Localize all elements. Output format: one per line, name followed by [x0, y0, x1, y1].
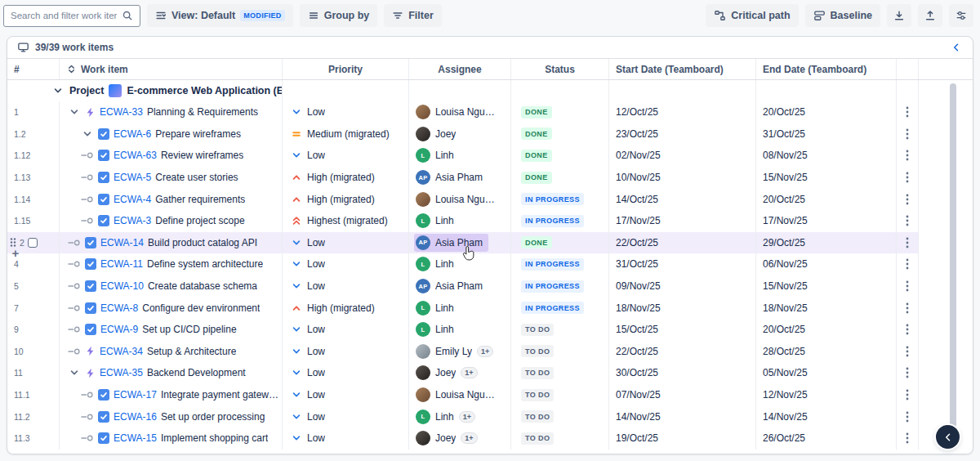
end-date-cell[interactable]: 31/Oct/25	[756, 123, 897, 145]
priority-cell[interactable]: High (migrated)	[283, 188, 409, 210]
work-item-row[interactable]: 4ECWA-11Define system architectureLowLLi…	[7, 253, 973, 275]
export-button[interactable]	[887, 4, 911, 27]
assignee-cell[interactable]: LLinh	[409, 145, 511, 167]
work-item-key-link[interactable]: ECWA-17	[114, 389, 157, 401]
expand-chevron-icon[interactable]	[68, 368, 81, 378]
status-cell[interactable]: TO DO	[511, 384, 609, 406]
assignee-cell[interactable]: APAsia Pham	[409, 232, 511, 254]
start-date-cell[interactable]: 10/Nov/25	[609, 167, 756, 189]
row-menu-button[interactable]	[902, 105, 912, 119]
row-menu-button[interactable]	[902, 235, 912, 250]
assignee-cell[interactable]: LLinh1+	[409, 405, 511, 427]
work-item-row[interactable]: 1.12ECWA-63Review wireframesLowLLinhDONE…	[7, 145, 973, 167]
group-chevron-icon[interactable]	[51, 86, 65, 96]
work-item-row[interactable]: 5ECWA-10Create database schemaLowAPAsia …	[7, 275, 973, 298]
end-date-cell[interactable]: 15/Nov/25	[756, 167, 897, 189]
priority-cell[interactable]: Highest (migrated)	[283, 210, 409, 232]
assignee-cell[interactable]: Joey1+	[409, 362, 511, 384]
assignee-cell[interactable]: APAsia Pham	[409, 167, 511, 189]
start-date-cell[interactable]: 14/Oct/25	[609, 188, 756, 210]
view-button[interactable]: View: Default MODIFIED	[147, 4, 293, 27]
assignee-cell[interactable]: LLinh	[409, 253, 511, 275]
expand-chevron-icon[interactable]	[81, 129, 94, 139]
column-header-status[interactable]: Status	[511, 59, 609, 79]
row-menu-button[interactable]	[902, 431, 912, 445]
assignee-cell[interactable]: Louisa Nguyen	[409, 101, 511, 123]
work-item-row[interactable]: 9ECWA-9Set up CI/CD pipelineLowLLinhTO D…	[7, 319, 973, 341]
row-checkbox[interactable]	[28, 238, 38, 248]
priority-cell[interactable]: Low	[283, 232, 409, 254]
status-cell[interactable]: DONE	[511, 232, 609, 254]
column-header-start-date-teamboard[interactable]: Start Date (Teamboard)	[609, 59, 756, 79]
status-cell[interactable]: IN PROGRESS	[511, 188, 609, 210]
start-date-cell[interactable]: 07/Nov/25	[609, 384, 756, 406]
work-item-key-link[interactable]: ECWA-33	[100, 106, 143, 118]
start-date-cell[interactable]: 18/Nov/25	[609, 297, 756, 319]
status-cell[interactable]: IN PROGRESS	[511, 253, 609, 275]
column-header-assignee[interactable]: Assignee	[409, 59, 511, 79]
start-date-cell[interactable]: 09/Nov/25	[609, 275, 756, 298]
work-item-row[interactable]: 10ECWA-34Setup & ArchitectureLowEmily Ly…	[7, 341, 973, 363]
status-cell[interactable]: IN PROGRESS	[511, 210, 609, 232]
priority-cell[interactable]: Low	[283, 362, 409, 384]
work-item-row[interactable]: 1.2ECWA-6Prepare wireframesMedium (migra…	[7, 123, 973, 145]
assignee-cell[interactable]: Louisa Nguyen	[409, 384, 511, 406]
row-menu-button[interactable]	[902, 257, 912, 271]
start-date-cell[interactable]: 30/Oct/25	[609, 362, 756, 384]
critical-path-button[interactable]: Critical path	[706, 4, 798, 27]
assignee-cell[interactable]: LLinh	[409, 319, 511, 341]
start-date-cell[interactable]: 19/Oct/25	[609, 427, 756, 450]
work-item-key-link[interactable]: ECWA-14	[100, 237, 144, 248]
work-item-key-link[interactable]: ECWA-4	[114, 194, 151, 205]
work-item-key-link[interactable]: ECWA-8	[100, 302, 138, 314]
column-header-[interactable]: #	[7, 59, 60, 79]
work-item-key-link[interactable]: ECWA-16	[114, 411, 157, 423]
end-date-cell[interactable]: 14/Nov/25	[756, 405, 897, 427]
work-item-row[interactable]: 1.15ECWA-3Define project scopeHighest (m…	[7, 210, 973, 232]
priority-cell[interactable]: High (migrated)	[283, 297, 409, 319]
priority-cell[interactable]: High (migrated)	[283, 167, 409, 189]
search-box[interactable]	[3, 5, 140, 27]
priority-cell[interactable]: Low	[283, 275, 409, 298]
work-item-key-link[interactable]: ECWA-3	[114, 215, 151, 226]
work-item-key-link[interactable]: ECWA-34	[100, 346, 143, 357]
import-button[interactable]	[918, 4, 942, 27]
work-item-key-link[interactable]: ECWA-9	[100, 324, 138, 335]
end-date-cell[interactable]: 18/Nov/25	[756, 297, 897, 319]
status-cell[interactable]: DONE	[511, 123, 609, 145]
assignee-cell[interactable]: LLinh	[409, 210, 511, 232]
assignee-cell[interactable]: Joey1+	[409, 427, 511, 450]
start-date-cell[interactable]: 02/Nov/25	[609, 145, 756, 167]
vertical-scrollbar[interactable]	[950, 83, 956, 449]
priority-cell[interactable]: Low	[283, 319, 409, 341]
row-menu-button[interactable]	[902, 170, 912, 185]
work-item-row[interactable]: 1.13ECWA-5Create user storiesHigh (migra…	[7, 167, 973, 189]
collapse-panel-button[interactable]	[936, 425, 960, 449]
status-cell[interactable]: IN PROGRESS	[511, 297, 609, 319]
add-work-item-button[interactable]: +	[9, 246, 22, 259]
row-menu-button[interactable]	[902, 344, 912, 359]
start-date-cell[interactable]: 22/Oct/25	[609, 341, 756, 363]
column-header-priority[interactable]: Priority	[283, 59, 409, 79]
work-item-key-link[interactable]: ECWA-10	[100, 280, 144, 292]
end-date-cell[interactable]: 29/Oct/25	[756, 232, 897, 254]
priority-cell[interactable]: Low	[283, 405, 409, 427]
end-date-cell[interactable]: 05/Nov/25	[756, 362, 897, 384]
priority-cell[interactable]: Low	[283, 101, 409, 123]
row-menu-button[interactable]	[902, 410, 912, 424]
start-date-cell[interactable]: 22/Oct/25	[609, 232, 756, 254]
row-menu-button[interactable]	[902, 365, 912, 380]
work-item-row[interactable]: 11.2ECWA-16Set up order processingLowLLi…	[7, 405, 973, 427]
status-cell[interactable]: TO DO	[511, 341, 609, 363]
end-date-cell[interactable]: 20/Oct/25	[756, 101, 897, 123]
priority-cell[interactable]: Low	[283, 145, 409, 167]
end-date-cell[interactable]: 20/Oct/25	[756, 188, 897, 210]
status-cell[interactable]: DONE	[511, 167, 609, 189]
group-header-cell[interactable]: Project E-commerce Web Application (ECWA…	[7, 80, 283, 101]
work-item-key-link[interactable]: ECWA-63	[114, 150, 157, 161]
status-cell[interactable]: TO DO	[511, 427, 609, 450]
end-date-cell[interactable]: 12/Nov/25	[756, 384, 897, 406]
end-date-cell[interactable]: 17/Nov/25	[756, 210, 897, 232]
status-cell[interactable]: TO DO	[511, 362, 609, 384]
assignee-cell[interactable]: LLinh	[409, 297, 511, 319]
